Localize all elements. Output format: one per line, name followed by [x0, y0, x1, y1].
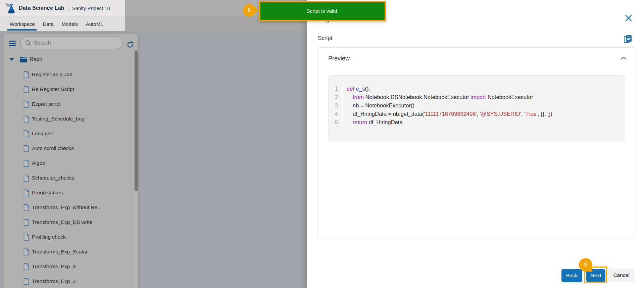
file-icon [23, 278, 29, 285]
cancel-button[interactable]: Cancel [608, 269, 634, 282]
file-item[interactable]: Transforms_Exp_without Re... [23, 202, 102, 212]
sidebar-toolbar: Search [3, 34, 138, 53]
file-item[interactable]: Transforms_Exp_Scalar [23, 247, 88, 257]
file-item[interactable]: Transforms_Exp_DB write [23, 217, 92, 227]
search-icon [25, 40, 31, 46]
app-logo-flask-icon [5, 2, 17, 14]
file-item[interactable]: Re Register Script [23, 84, 74, 94]
file-item[interactable]: Testing_Schedule_bug [23, 114, 85, 124]
file-item[interactable]: Export script [23, 99, 61, 109]
register-job-drawer: Register as a Job Script Preview 1def e_… [307, 0, 644, 288]
file-icon [23, 234, 29, 241]
tab-data[interactable]: Data [43, 16, 54, 31]
file-icon [23, 115, 29, 123]
code-line: 5return df_HiringData [329, 118, 625, 127]
page: Data Science Lab | Sanity Project 10 Wor… [0, 0, 644, 288]
file-icon [23, 263, 29, 270]
validation-toast: Script is valid. [259, 1, 386, 21]
project-name: Sanity Project 10 [72, 5, 110, 11]
code-line: 3nb = NotebookExecutor() [329, 101, 625, 110]
file-icon [23, 204, 29, 211]
file-icon [23, 130, 29, 137]
title-separator: | [67, 4, 69, 12]
search-placeholder: Search [34, 40, 51, 46]
refresh-icon[interactable] [127, 41, 134, 48]
file-item[interactable]: Scheduler_checks [23, 173, 75, 183]
tree-root-repo[interactable]: Repo [3, 54, 42, 64]
script-field-label: Script [318, 35, 332, 42]
file-item[interactable]: Register as a Job [23, 69, 72, 80]
tab-automl[interactable]: AutoML [86, 16, 103, 31]
file-icon [23, 219, 29, 226]
file-icon [23, 71, 29, 78]
tree-root-label: Repo [30, 56, 42, 62]
code-line: 1def e_s(): [329, 85, 625, 93]
file-icon [23, 101, 29, 108]
file-icon [23, 248, 29, 255]
caret-down-icon[interactable] [9, 58, 14, 61]
script-code-preview: 1def e_s():2from Notebook.DSNotebook.Not… [328, 75, 625, 142]
tab-models[interactable]: Models [61, 16, 78, 31]
file-item[interactable]: Long cell [23, 129, 53, 139]
brand: Data Science Lab | Sanity Project 10 [5, 2, 110, 14]
toast-message: Script is valid. [306, 8, 339, 14]
close-icon[interactable] [625, 14, 633, 22]
file-item[interactable]: Auto scroll checks [23, 143, 74, 153]
file-item[interactable]: Transforms_Exp_3 [23, 261, 76, 272]
file-icon [23, 160, 29, 167]
preview-label: Preview [328, 55, 350, 62]
sidebar-scrollbar-thumb[interactable] [135, 50, 138, 191]
file-item[interactable]: Progressbars [23, 188, 63, 198]
menu-icon[interactable] [9, 41, 16, 46]
file-icon [23, 145, 29, 152]
file-item[interactable]: Profiling check [23, 232, 66, 242]
app-title: Data Science Lab [19, 5, 64, 11]
file-icon [23, 175, 29, 182]
file-item[interactable]: Transforms_Exp_2 [23, 276, 76, 286]
folder-icon [19, 56, 28, 63]
annotation-badge-9: 9 [579, 258, 592, 272]
tab-workspace[interactable]: Workspace [10, 16, 35, 31]
code-line: 4df_HiringData = nb.get_data('1111171876… [329, 110, 625, 118]
back-button[interactable]: Back [561, 269, 582, 282]
file-icon [23, 189, 29, 196]
search-input[interactable]: Search [20, 37, 122, 49]
copy-script-icon[interactable] [623, 34, 633, 44]
file-explorer-sidebar: Search Repo Register as a JobRe Register… [3, 34, 138, 288]
file-icon [23, 86, 29, 93]
collapse-chevron-icon[interactable] [621, 56, 627, 60]
preview-panel: Preview 1def e_s():2from Notebook.DSNote… [317, 47, 635, 239]
file-item[interactable]: Algos [23, 158, 45, 168]
code-line: 2from Notebook.DSNotebook.NotebookExecut… [329, 93, 625, 101]
